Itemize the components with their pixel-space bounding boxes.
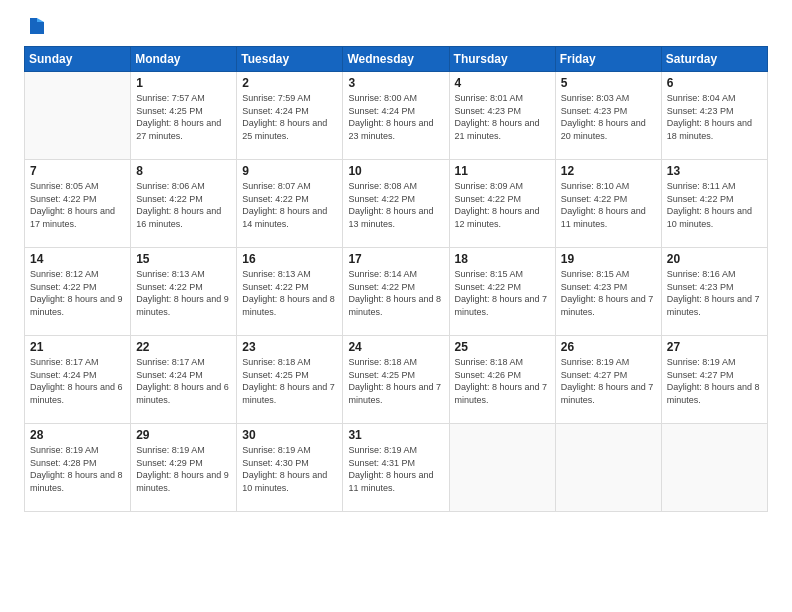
calendar-cell: 3Sunrise: 8:00 AMSunset: 4:24 PMDaylight… [343,72,449,160]
calendar-cell: 6Sunrise: 8:04 AMSunset: 4:23 PMDaylight… [661,72,767,160]
calendar-cell: 15Sunrise: 8:13 AMSunset: 4:22 PMDayligh… [131,248,237,336]
day-number: 25 [455,340,550,354]
day-number: 27 [667,340,762,354]
day-number: 22 [136,340,231,354]
day-number: 31 [348,428,443,442]
calendar-cell [555,424,661,512]
calendar-week-row: 1Sunrise: 7:57 AMSunset: 4:25 PMDaylight… [25,72,768,160]
col-header-sunday: Sunday [25,47,131,72]
logo-icon [26,16,48,38]
col-header-thursday: Thursday [449,47,555,72]
calendar-cell: 26Sunrise: 8:19 AMSunset: 4:27 PMDayligh… [555,336,661,424]
day-info: Sunrise: 8:19 AMSunset: 4:28 PMDaylight:… [30,444,125,494]
day-number: 14 [30,252,125,266]
day-info: Sunrise: 8:16 AMSunset: 4:23 PMDaylight:… [667,268,762,318]
col-header-wednesday: Wednesday [343,47,449,72]
col-header-friday: Friday [555,47,661,72]
day-info: Sunrise: 8:19 AMSunset: 4:27 PMDaylight:… [561,356,656,406]
day-number: 10 [348,164,443,178]
day-number: 9 [242,164,337,178]
calendar-cell: 8Sunrise: 8:06 AMSunset: 4:22 PMDaylight… [131,160,237,248]
day-info: Sunrise: 8:12 AMSunset: 4:22 PMDaylight:… [30,268,125,318]
calendar-cell: 24Sunrise: 8:18 AMSunset: 4:25 PMDayligh… [343,336,449,424]
day-number: 23 [242,340,337,354]
day-number: 12 [561,164,656,178]
day-info: Sunrise: 8:18 AMSunset: 4:25 PMDaylight:… [242,356,337,406]
day-number: 28 [30,428,125,442]
day-number: 3 [348,76,443,90]
page: SundayMondayTuesdayWednesdayThursdayFrid… [0,0,792,612]
day-number: 30 [242,428,337,442]
calendar-cell: 9Sunrise: 8:07 AMSunset: 4:22 PMDaylight… [237,160,343,248]
calendar-cell: 10Sunrise: 8:08 AMSunset: 4:22 PMDayligh… [343,160,449,248]
calendar-cell [661,424,767,512]
svg-marker-1 [37,18,44,22]
day-info: Sunrise: 8:19 AMSunset: 4:31 PMDaylight:… [348,444,443,494]
col-header-monday: Monday [131,47,237,72]
day-number: 18 [455,252,550,266]
calendar-cell: 21Sunrise: 8:17 AMSunset: 4:24 PMDayligh… [25,336,131,424]
calendar-cell: 18Sunrise: 8:15 AMSunset: 4:22 PMDayligh… [449,248,555,336]
day-info: Sunrise: 8:19 AMSunset: 4:29 PMDaylight:… [136,444,231,494]
calendar-cell: 12Sunrise: 8:10 AMSunset: 4:22 PMDayligh… [555,160,661,248]
calendar-cell: 5Sunrise: 8:03 AMSunset: 4:23 PMDaylight… [555,72,661,160]
day-info: Sunrise: 8:17 AMSunset: 4:24 PMDaylight:… [30,356,125,406]
day-info: Sunrise: 7:59 AMSunset: 4:24 PMDaylight:… [242,92,337,142]
calendar-cell: 2Sunrise: 7:59 AMSunset: 4:24 PMDaylight… [237,72,343,160]
calendar-week-row: 21Sunrise: 8:17 AMSunset: 4:24 PMDayligh… [25,336,768,424]
calendar-cell: 17Sunrise: 8:14 AMSunset: 4:22 PMDayligh… [343,248,449,336]
day-info: Sunrise: 7:57 AMSunset: 4:25 PMDaylight:… [136,92,231,142]
day-number: 16 [242,252,337,266]
day-info: Sunrise: 8:10 AMSunset: 4:22 PMDaylight:… [561,180,656,230]
day-info: Sunrise: 8:08 AMSunset: 4:22 PMDaylight:… [348,180,443,230]
day-number: 2 [242,76,337,90]
day-number: 8 [136,164,231,178]
day-info: Sunrise: 8:13 AMSunset: 4:22 PMDaylight:… [242,268,337,318]
day-info: Sunrise: 8:00 AMSunset: 4:24 PMDaylight:… [348,92,443,142]
day-number: 6 [667,76,762,90]
day-info: Sunrise: 8:07 AMSunset: 4:22 PMDaylight:… [242,180,337,230]
header [24,18,768,36]
calendar-cell: 4Sunrise: 8:01 AMSunset: 4:23 PMDaylight… [449,72,555,160]
day-number: 21 [30,340,125,354]
calendar-cell: 14Sunrise: 8:12 AMSunset: 4:22 PMDayligh… [25,248,131,336]
calendar-cell: 25Sunrise: 8:18 AMSunset: 4:26 PMDayligh… [449,336,555,424]
calendar-week-row: 28Sunrise: 8:19 AMSunset: 4:28 PMDayligh… [25,424,768,512]
day-info: Sunrise: 8:18 AMSunset: 4:25 PMDaylight:… [348,356,443,406]
calendar-cell: 1Sunrise: 7:57 AMSunset: 4:25 PMDaylight… [131,72,237,160]
calendar-cell: 11Sunrise: 8:09 AMSunset: 4:22 PMDayligh… [449,160,555,248]
calendar-header-row: SundayMondayTuesdayWednesdayThursdayFrid… [25,47,768,72]
day-info: Sunrise: 8:15 AMSunset: 4:23 PMDaylight:… [561,268,656,318]
day-number: 19 [561,252,656,266]
day-info: Sunrise: 8:06 AMSunset: 4:22 PMDaylight:… [136,180,231,230]
day-info: Sunrise: 8:17 AMSunset: 4:24 PMDaylight:… [136,356,231,406]
calendar-cell: 20Sunrise: 8:16 AMSunset: 4:23 PMDayligh… [661,248,767,336]
calendar-cell: 29Sunrise: 8:19 AMSunset: 4:29 PMDayligh… [131,424,237,512]
day-info: Sunrise: 8:04 AMSunset: 4:23 PMDaylight:… [667,92,762,142]
day-number: 5 [561,76,656,90]
day-number: 29 [136,428,231,442]
day-info: Sunrise: 8:01 AMSunset: 4:23 PMDaylight:… [455,92,550,142]
calendar-cell: 16Sunrise: 8:13 AMSunset: 4:22 PMDayligh… [237,248,343,336]
day-info: Sunrise: 8:18 AMSunset: 4:26 PMDaylight:… [455,356,550,406]
day-info: Sunrise: 8:11 AMSunset: 4:22 PMDaylight:… [667,180,762,230]
day-info: Sunrise: 8:14 AMSunset: 4:22 PMDaylight:… [348,268,443,318]
day-number: 20 [667,252,762,266]
day-number: 15 [136,252,231,266]
day-info: Sunrise: 8:15 AMSunset: 4:22 PMDaylight:… [455,268,550,318]
day-info: Sunrise: 8:09 AMSunset: 4:22 PMDaylight:… [455,180,550,230]
col-header-saturday: Saturday [661,47,767,72]
day-number: 26 [561,340,656,354]
calendar-cell: 23Sunrise: 8:18 AMSunset: 4:25 PMDayligh… [237,336,343,424]
calendar-table: SundayMondayTuesdayWednesdayThursdayFrid… [24,46,768,512]
day-number: 7 [30,164,125,178]
calendar-cell: 19Sunrise: 8:15 AMSunset: 4:23 PMDayligh… [555,248,661,336]
day-info: Sunrise: 8:19 AMSunset: 4:27 PMDaylight:… [667,356,762,406]
day-info: Sunrise: 8:13 AMSunset: 4:22 PMDaylight:… [136,268,231,318]
day-info: Sunrise: 8:03 AMSunset: 4:23 PMDaylight:… [561,92,656,142]
calendar-cell: 7Sunrise: 8:05 AMSunset: 4:22 PMDaylight… [25,160,131,248]
day-info: Sunrise: 8:19 AMSunset: 4:30 PMDaylight:… [242,444,337,494]
col-header-tuesday: Tuesday [237,47,343,72]
calendar-cell: 22Sunrise: 8:17 AMSunset: 4:24 PMDayligh… [131,336,237,424]
logo [24,18,48,36]
